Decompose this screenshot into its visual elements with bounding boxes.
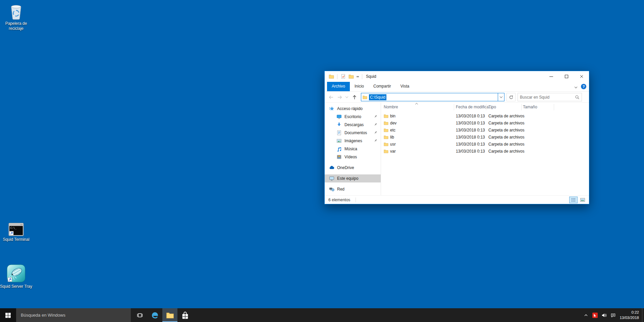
desktop[interactable]: Papelera de reciclaje C:\_ Squid Termina… (0, 0, 644, 322)
sidebar-item-escritorio[interactable]: Escritorio (325, 113, 381, 121)
column-separator[interactable] (554, 104, 554, 110)
back-button[interactable] (327, 93, 335, 101)
file-row-bin[interactable]: bin 13/03/2018 0:13 Carpeta de archivos (381, 113, 589, 120)
onedrive-cloud-icon (329, 165, 334, 170)
squid-shortcut-icon (0, 264, 35, 283)
desktop-icon-squid-server-tray[interactable]: Squid Server Tray (0, 264, 35, 289)
sidebar-item-videos[interactable]: Vídeos (325, 153, 381, 161)
file-name: etc (390, 127, 395, 134)
column-separator[interactable] (486, 104, 486, 110)
sidebar-item-label: Este equipo (337, 176, 358, 181)
file-name: usr (390, 141, 396, 148)
file-row-etc[interactable]: etc 13/03/2018 0:13 Carpeta de archivos (381, 127, 589, 134)
close-button[interactable] (574, 71, 589, 82)
store-button[interactable] (177, 308, 193, 322)
column-separator[interactable] (521, 104, 522, 110)
sidebar-item-onedrive[interactable]: OneDrive (325, 164, 381, 172)
videos-film-icon (336, 154, 342, 160)
sidebar-item-red[interactable]: Red (325, 185, 381, 193)
file-explorer-button[interactable] (162, 308, 177, 322)
help-button[interactable]: ? (581, 84, 586, 89)
details-view-button[interactable] (569, 197, 578, 203)
start-button[interactable] (0, 308, 16, 322)
column-header-fecha[interactable]: Fecha de modifica... (456, 105, 492, 109)
forward-button[interactable] (336, 93, 344, 101)
sidebar-item-label: OneDrive (337, 165, 354, 170)
pin-icon (373, 122, 378, 127)
desktop-icon-label: Squid Server Tray (0, 284, 35, 289)
volume-button[interactable] (599, 308, 608, 322)
explorer-window: Squid Archivo Inicio Compartir Vista ? (324, 71, 589, 204)
maximize-button[interactable] (559, 71, 574, 82)
refresh-button[interactable] (506, 93, 516, 101)
address-input[interactable]: C:\Squid (369, 94, 386, 100)
file-row-lib[interactable]: lib 13/03/2018 0:13 Carpeta de archivos (381, 134, 589, 141)
tab-archivo[interactable]: Archivo (327, 82, 350, 91)
action-center-button[interactable] (608, 308, 618, 322)
sidebar-item-musica[interactable]: Música (325, 145, 381, 153)
sidebar-item-imagenes[interactable]: Imágenes (325, 137, 381, 145)
column-separator[interactable] (454, 104, 454, 110)
sidebar-item-documentos[interactable]: Documentos (325, 129, 381, 137)
maximize-icon (565, 75, 568, 78)
column-header-tamano[interactable]: Tamaño (523, 105, 537, 109)
separator (362, 74, 362, 79)
up-button[interactable] (350, 93, 359, 101)
file-row-usr[interactable]: usr 13/03/2018 0:13 Carpeta de archivos (381, 141, 589, 148)
task-view-icon (137, 312, 143, 318)
minimize-icon (549, 76, 553, 77)
clock-time: 0:22 (620, 310, 639, 315)
file-name: bin (390, 113, 395, 120)
file-list-pane[interactable]: Nombre Fecha de modifica... Tipo Tamaño … (381, 103, 589, 195)
taskbar-search-input[interactable] (16, 313, 131, 318)
address-bar[interactable]: C:\Squid (361, 93, 504, 101)
desktop-icon-squid-terminal[interactable]: C:\_ Squid Terminal (0, 223, 32, 242)
taskbar: 0:22 13/03/2018 (0, 308, 644, 322)
tray-expand-button[interactable] (581, 308, 590, 322)
desktop-icon-recycle-bin[interactable]: Papelera de reciclaje (0, 4, 32, 31)
sidebar-item-quick-access[interactable]: Acceso rápido (325, 105, 381, 113)
expand-ribbon-chevron-icon[interactable] (575, 84, 577, 89)
tray-red-pointer-app[interactable] (590, 308, 599, 322)
sidebar-item-label: Documentos (344, 130, 367, 135)
file-row-var[interactable]: var 13/03/2018 0:13 Carpeta de archivos (381, 148, 589, 155)
file-name: dev (390, 120, 396, 127)
explorer-search-input[interactable] (520, 95, 575, 100)
sidebar-item-label: Imágenes (344, 139, 362, 143)
tab-inicio[interactable]: Inicio (350, 82, 369, 91)
file-modified: 13/03/2018 0:13 (456, 141, 485, 148)
address-dropdown-chevron-icon[interactable] (498, 93, 504, 101)
minimize-button[interactable] (544, 71, 559, 82)
qat-customize-chevron-icon[interactable] (355, 75, 360, 78)
file-name: var (390, 148, 396, 155)
properties-button[interactable] (339, 73, 347, 80)
file-type: Carpeta de archivos (488, 141, 524, 148)
title-bar[interactable]: Squid (325, 71, 589, 82)
chevron-up-icon (584, 313, 588, 318)
file-modified: 13/03/2018 0:13 (456, 113, 485, 120)
quick-access-star-icon (329, 106, 334, 111)
recycle-bin-icon (0, 4, 32, 20)
large-icons-view-button[interactable] (578, 197, 587, 203)
column-headers: Nombre Fecha de modifica... Tipo Tamaño (381, 103, 589, 111)
task-view-button[interactable] (132, 308, 147, 322)
file-type: Carpeta de archivos (488, 148, 524, 155)
folder-icon (384, 128, 388, 132)
sidebar-item-este-equipo[interactable]: Este equipo (325, 174, 381, 182)
large-icons-view-icon (580, 197, 585, 203)
column-header-tipo[interactable]: Tipo (488, 105, 496, 109)
column-header-nombre[interactable]: Nombre (384, 105, 398, 109)
sidebar-item-label: Escritorio (344, 114, 361, 119)
show-desktop-button[interactable] (642, 308, 644, 322)
sidebar-item-descargas[interactable]: Descargas (325, 121, 381, 129)
tab-compartir[interactable]: Compartir (369, 82, 396, 91)
explorer-search-box[interactable] (518, 93, 582, 101)
file-row-dev[interactable]: dev 13/03/2018 0:13 Carpeta de archivos (381, 120, 589, 127)
tab-vista[interactable]: Vista (396, 82, 414, 91)
separator (356, 198, 356, 202)
new-folder-button[interactable] (347, 73, 355, 80)
taskbar-search-box[interactable] (16, 308, 131, 322)
recent-locations-chevron-icon[interactable] (344, 93, 349, 101)
edge-button[interactable] (147, 308, 162, 322)
clock[interactable]: 0:22 13/03/2018 (620, 310, 639, 320)
